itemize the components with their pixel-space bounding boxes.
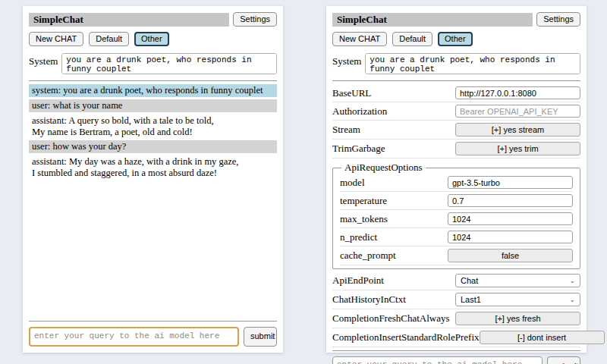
header: SimpleChat Settings — [29, 12, 277, 27]
new-chat-button[interactable]: New CHAT — [332, 32, 387, 46]
chat-panel: SimpleChat Settings New CHAT Default Oth… — [23, 6, 283, 353]
setting-toggle-CompletionInsertStandardRolePrefix[interactable]: [-] dont insert — [480, 331, 605, 344]
chat-message-assistant: assistant: A query so bold, with a tale … — [29, 115, 277, 139]
setting-input-temperature[interactable] — [448, 194, 573, 207]
setting-row-TrimGarbage: TrimGarbage[+] yes trim — [332, 140, 580, 158]
api-request-options-fieldset: ApiRequestOptions modeltemperaturemax_to… — [332, 162, 580, 269]
setting-input-max_tokens[interactable] — [448, 212, 573, 225]
setting-select-ApiEndPoint[interactable]: Chat⌄ — [455, 274, 580, 287]
query-input[interactable] — [332, 356, 543, 364]
query-input[interactable] — [29, 327, 239, 347]
settings-rows-bottom: ApiEndPointChat⌄ChatHistoryInCtxtLast1⌄C… — [332, 271, 580, 347]
setting-toggle-CompletionFreshChatAlways[interactable]: [+] yes fresh — [455, 312, 580, 325]
new-chat-button[interactable]: New CHAT — [29, 32, 83, 46]
selected-option: Last1 — [461, 295, 481, 304]
divider — [29, 80, 277, 81]
setting-row-Stream: Stream[+] yes stream — [332, 121, 580, 140]
system-prompt-input[interactable] — [365, 53, 580, 74]
settings-button[interactable]: Settings — [536, 12, 580, 27]
setting-label: ChatHistoryInCtxt — [332, 293, 406, 306]
setting-label: BaseURL — [332, 87, 371, 99]
divider — [29, 321, 277, 322]
setting-input-Authorization[interactable] — [455, 105, 580, 118]
setting-label: Authorization — [332, 105, 387, 118]
chat-message-assistant: assistant: My day was a haze, with a dri… — [29, 155, 277, 180]
chevron-down-icon: ⌄ — [569, 297, 575, 303]
setting-toggle-TrimGarbage[interactable]: [+] yes trim — [455, 142, 580, 155]
setting-toggle-cache_prompt[interactable]: false — [448, 249, 573, 262]
setting-row-ChatHistoryInCtxt: ChatHistoryInCtxtLast1⌄ — [332, 290, 580, 309]
chat-message-user: user: how was your day? — [29, 140, 277, 153]
settings-panel: SimpleChat Settings New CHAT Default Oth… — [326, 6, 587, 353]
chat-message-list: system: you are a drunk poet, who respon… — [29, 84, 277, 318]
system-label: System — [29, 53, 58, 67]
system-label: System — [332, 53, 361, 67]
system-prompt-row: System — [332, 53, 580, 74]
setting-label: Stream — [332, 124, 360, 136]
setting-input-BaseURL[interactable] — [455, 86, 580, 99]
settings-button[interactable]: Settings — [233, 12, 277, 27]
chat-message-user: user: what is your name — [29, 99, 277, 112]
setting-row-CompletionInsertStandardRolePrefix: CompletionInsertStandardRolePrefix[-] do… — [332, 328, 580, 347]
setting-label: TrimGarbage — [332, 143, 385, 155]
setting-label: n_predict — [340, 231, 377, 243]
setting-row-temperature: temperature — [340, 192, 573, 210]
api-request-options-legend: ApiRequestOptions — [341, 162, 426, 174]
app-title: SimpleChat — [332, 13, 533, 27]
tab-other[interactable]: Other — [134, 32, 169, 46]
setting-row-CompletionFreshChatAlways: CompletionFreshChatAlways[+] yes fresh — [332, 309, 580, 328]
tab-other[interactable]: Other — [438, 32, 473, 46]
setting-row-ApiEndPoint: ApiEndPointChat⌄ — [332, 271, 580, 290]
submit-button[interactable]: submit — [244, 327, 277, 347]
submit-button[interactable]: submit — [547, 356, 580, 364]
setting-label: model — [340, 177, 365, 189]
header: SimpleChat Settings — [332, 12, 580, 27]
query-row: submit — [332, 356, 580, 364]
setting-row-Authorization: Authorization — [332, 102, 580, 121]
system-prompt-row: System — [29, 53, 277, 74]
setting-label: CompletionFreshChatAlways — [332, 312, 450, 325]
settings-rows-top: BaseURLAuthorizationStream[+] yes stream… — [332, 84, 580, 158]
setting-input-n_predict[interactable] — [448, 231, 573, 243]
tab-default[interactable]: Default — [392, 32, 432, 46]
setting-label: max_tokens — [340, 213, 388, 225]
setting-label: ApiEndPoint — [332, 275, 384, 287]
setting-row-max_tokens: max_tokens — [340, 210, 573, 228]
setting-toggle-Stream[interactable]: [+] yes stream — [455, 123, 580, 136]
setting-label: cache_prompt — [340, 249, 396, 262]
settings-rows-aro: modeltemperaturemax_tokensn_predictcache… — [340, 174, 573, 265]
divider — [332, 350, 580, 351]
setting-label: CompletionInsertStandardRolePrefix — [332, 331, 480, 344]
app-title: SimpleChat — [29, 13, 229, 27]
chat-session-tabs: New CHAT Default Other — [29, 32, 277, 46]
chat-message-system: system: you are a drunk poet, who respon… — [29, 84, 277, 97]
query-row: submit — [29, 327, 277, 347]
tab-default[interactable]: Default — [89, 32, 129, 46]
setting-row-n_predict: n_predict — [340, 228, 573, 246]
setting-row-BaseURL: BaseURL — [332, 84, 580, 102]
system-prompt-input[interactable] — [61, 53, 277, 74]
setting-select-ChatHistoryInCtxt[interactable]: Last1⌄ — [455, 293, 580, 306]
setting-label: temperature — [340, 195, 387, 207]
setting-row-model: model — [340, 174, 573, 192]
chevron-down-icon: ⌄ — [569, 278, 575, 284]
divider — [332, 80, 580, 81]
selected-option: Chat — [461, 276, 478, 285]
setting-row-cache_prompt: cache_promptfalse — [340, 246, 573, 265]
setting-input-model[interactable] — [448, 176, 573, 189]
chat-session-tabs: New CHAT Default Other — [332, 32, 580, 46]
